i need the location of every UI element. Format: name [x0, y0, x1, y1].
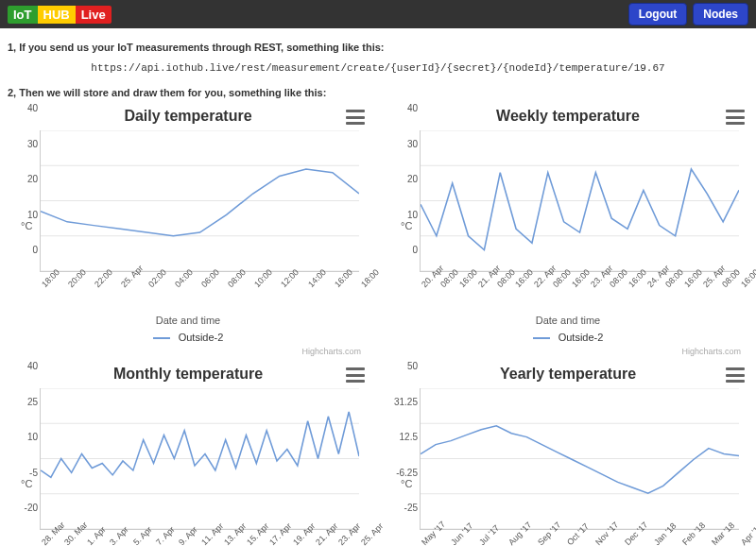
y-tick: 40 [27, 361, 38, 371]
x-tick: 11. Apr [199, 540, 206, 546]
x-tick: 16:00 [457, 282, 464, 289]
legend-swatch [153, 337, 170, 339]
x-tick: 20. Apr [420, 282, 426, 289]
series-line [421, 169, 739, 250]
x-axis-label: Date and time [387, 315, 748, 326]
y-tick: 20 [407, 174, 418, 184]
series-line [421, 426, 739, 494]
y-tick: 30 [27, 138, 38, 148]
logo: IoT HUB Live [8, 6, 112, 24]
y-tick: 0 [32, 245, 38, 255]
x-tick: 16:00 [682, 282, 689, 289]
hamburger-icon[interactable] [726, 110, 745, 125]
chart-title: Weekly temperature [387, 108, 748, 125]
logo-part-2: HUB [38, 6, 76, 24]
x-tick: 18:00 [359, 282, 366, 289]
y-tick: 0 [412, 245, 418, 255]
logo-part-3: Live [76, 6, 112, 24]
plot-area [40, 388, 359, 530]
logout-button[interactable]: Logout [628, 3, 688, 26]
intro-line-1: 1, If you send us your IoT measurements … [8, 42, 748, 53]
chart-yearly: Yearly temperature °C -25-6.2512.531.255… [387, 366, 748, 546]
y-tick: 10 [27, 432, 38, 442]
x-tick: 23. Apr [589, 282, 595, 289]
y-tick: 10 [27, 209, 38, 219]
x-tick: Jan '18 [652, 540, 659, 546]
x-tick: Nov '17 [593, 540, 600, 546]
y-tick: 31.25 [394, 396, 418, 406]
chart-title: Yearly temperature [387, 366, 748, 383]
chart-daily: Daily temperature °C 010203040 18:0020:0… [8, 108, 369, 356]
y-tick: 25 [27, 396, 38, 406]
chart-inner: Yearly temperature °C -25-6.2512.531.255… [387, 366, 748, 546]
x-tick: 20:00 [66, 282, 73, 289]
x-tick: Mar '18 [710, 540, 716, 546]
x-tick: 14:00 [306, 282, 313, 289]
y-tick: 20 [27, 174, 38, 184]
nodes-button[interactable]: Nodes [693, 3, 748, 26]
topbar: IoT HUB Live Logout Nodes [0, 0, 756, 28]
x-tick: 16:00 [627, 282, 633, 289]
x-tick: Sep '17 [536, 540, 542, 546]
y-ticks: -20-5102540 [26, 366, 38, 507]
x-axis-label: Date and time [8, 315, 369, 326]
legend: Outside-2 [8, 332, 369, 343]
x-tick: 08:00 [551, 282, 558, 289]
chart-inner: Daily temperature °C 010203040 18:0020:0… [8, 108, 369, 343]
x-tick: 08:00 [608, 282, 614, 289]
content: 1, If you send us your IoT measurements … [0, 28, 756, 546]
x-tick: 24. Apr [645, 282, 652, 289]
x-tick: Dec '17 [623, 540, 629, 546]
charts-grid: Daily temperature °C 010203040 18:0020:0… [8, 108, 748, 546]
x-tick: 16:00 [739, 282, 746, 289]
x-tick: 28. Mar [40, 540, 46, 546]
plot-area [420, 130, 739, 272]
x-tick: 08:00 [495, 282, 502, 289]
x-tick: 16:00 [570, 282, 576, 289]
y-tick: 50 [407, 361, 418, 371]
x-tick: Jun '17 [449, 540, 455, 546]
example-url: https://api.iothub.live/rest/measurement… [8, 62, 748, 74]
x-tick: 17. Apr [267, 540, 274, 546]
x-tick: Aug '17 [507, 540, 513, 546]
x-tick: 21. Apr [476, 282, 483, 289]
x-tick: Jul '17 [477, 540, 484, 546]
x-tick: Feb '18 [680, 540, 687, 546]
x-tick: 1. Apr [85, 540, 92, 546]
legend: Outside-2 [387, 332, 748, 343]
plot-area [40, 130, 359, 272]
x-tick: 18:00 [40, 282, 46, 289]
legend-label: Outside-2 [179, 332, 224, 343]
series-line [41, 412, 359, 478]
x-tick: 16:00 [333, 282, 339, 289]
x-tick: 08:00 [226, 282, 232, 289]
hamburger-icon[interactable] [726, 367, 745, 383]
x-ticks: May '17Jun '17Jul '17Aug '17Sep '17Oct '… [420, 533, 739, 542]
x-tick: 12:00 [279, 282, 285, 289]
y-ticks: -25-6.2512.531.2550 [406, 366, 418, 507]
chart-credit: Highcharts.com [681, 347, 741, 356]
chart-weekly: Weekly temperature °C 010203040 20. Apr0… [387, 108, 748, 356]
logo-part-1: IoT [8, 6, 38, 24]
hamburger-icon[interactable] [346, 110, 365, 125]
y-tick: 12.5 [400, 432, 418, 442]
hamburger-icon[interactable] [346, 367, 365, 383]
x-tick: 30. Mar [62, 540, 69, 546]
x-tick: 13. Apr [222, 540, 229, 546]
x-tick: 08:00 [438, 282, 445, 289]
intro-line-2: 2, Then we will store and draw them for … [8, 87, 748, 98]
chart-monthly: Monthly temperature °C -20-5102540 28. M… [8, 366, 369, 546]
x-tick: 25. Apr [119, 282, 126, 289]
y-tick: -6.25 [396, 467, 418, 477]
y-tick: 30 [407, 138, 418, 148]
x-tick: 10:00 [252, 282, 259, 289]
x-ticks: 18:0020:0022:0025. Apr02:0004:0006:0008:… [40, 275, 359, 284]
y-tick: 10 [407, 209, 418, 219]
x-tick: 08:00 [720, 282, 727, 289]
x-tick: May '17 [420, 540, 426, 546]
x-tick: 5. Apr [131, 540, 138, 546]
chart-title: Daily temperature [8, 108, 369, 125]
x-tick: 16:00 [513, 282, 520, 289]
plot-area [420, 388, 739, 530]
x-tick: 25. Apr [701, 282, 708, 289]
